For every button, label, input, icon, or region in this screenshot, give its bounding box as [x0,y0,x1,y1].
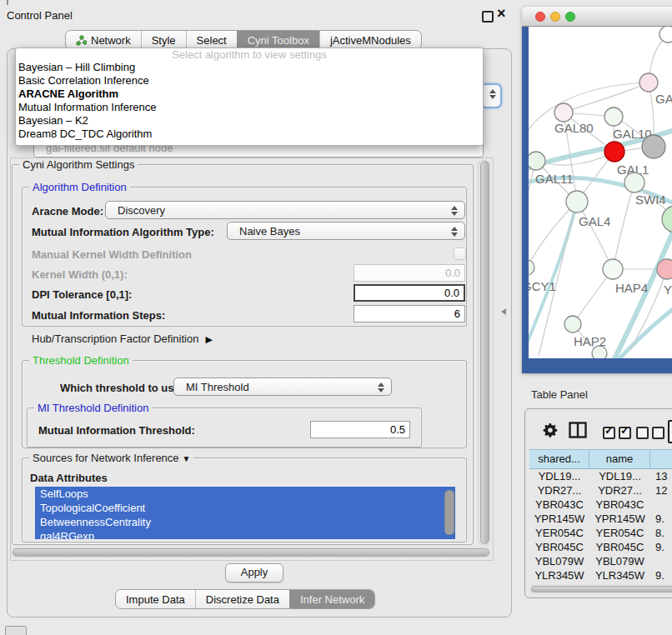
tab-network[interactable]: Network [66,31,141,49]
table-row[interactable]: YDR27...YDR27...12 [529,483,672,498]
table-row[interactable]: YPR145WYPR145W9. [529,512,672,526]
expanded-arrow-icon: ▼ [183,454,191,463]
network-node-swi4[interactable] [624,172,644,192]
stepper-arrows-icon [451,225,458,238]
settings-vertical-scrollbar[interactable] [478,159,491,546]
kernel-width-field[interactable] [354,264,465,282]
minimize-traffic-light-icon[interactable] [550,12,560,22]
sources-legend[interactable]: Sources for Network Inference▼ [29,452,193,464]
mi-threshold-field[interactable] [310,421,410,438]
zoom-traffic-light-icon[interactable] [565,12,575,22]
tab-infer-network[interactable]: Infer Network [289,590,374,608]
table-row[interactable]: YBR043CYBR043C [529,498,672,512]
network-node-label: GAL4 [579,214,610,228]
column-header-name[interactable]: name [589,450,650,468]
network-node-gal4[interactable] [566,191,588,212]
gear-icon[interactable] [541,421,559,439]
network-node[interactable] [662,206,672,232]
mi-steps-field[interactable] [354,305,465,322]
data-attributes-list[interactable]: SelfLoopsTopologicalCoefficientBetweenne… [35,487,455,539]
attribute-item-topologicalcoefficient[interactable]: TopologicalCoefficient [35,501,455,515]
network-icon [76,35,87,46]
tab-cyni-toolbox[interactable]: Cyni Toolbox [237,31,319,49]
close-panel-icon[interactable]: × [497,5,506,22]
float-window-icon[interactable] [482,11,494,22]
network-node-y[interactable] [657,259,672,279]
apply-button[interactable]: Apply [225,563,283,582]
algorithm-option-basic-correlation-inference[interactable]: Basic Correlation Inference [16,74,483,88]
table-row[interactable]: YDL19...YDL19...13 [529,469,672,483]
tab-label: Impute Data [126,593,185,606]
data-attributes-label: Data Attributes [30,472,108,484]
mi-threshold-label: Mutual Information Threshold: [38,424,195,437]
column-header-shared[interactable]: shared... [529,450,589,468]
window-edge-artifact [7,0,8,5]
network-node[interactable] [592,346,607,358]
tab-style[interactable]: Style [141,31,186,49]
sources-legend-label: Sources for Network Inference [33,452,179,464]
mi-threshold-definition-legend: MI Threshold Definition [34,402,152,414]
aracne-mode-label: Aracne Mode: [32,205,103,218]
network-node-gal[interactable] [639,73,658,92]
tab-impute-data[interactable]: Impute Data [116,590,195,608]
screen: Control Panel × NetworkStyleSelectCyni T… [0,0,672,635]
dpi-tolerance-field[interactable] [354,284,465,302]
algorithm-option-bayesian-k2[interactable]: Bayesian – K2 [16,114,483,128]
network-node-gcy1[interactable] [529,260,534,275]
partial-bottom-button[interactable] [5,626,27,635]
table-row[interactable]: YBL079WYBL079W [529,554,672,568]
table-horizontal-scrollbar[interactable] [529,584,672,594]
network-node[interactable] [659,27,672,42]
which-threshold-select[interactable]: MI Threshold [173,378,392,396]
network-node-gal10[interactable] [604,108,623,126]
network-node-hap4[interactable] [603,259,623,279]
tab-jactivemnodules[interactable]: jActiveMNodules [319,31,421,49]
algorithm-dropdown-popup: Select algorithm to view settings Bayesi… [15,48,484,146]
hub-definition-expander[interactable]: Hub/Transcription Factor Definition▶ [32,332,213,345]
network-window-titlebar[interactable] [522,7,672,27]
table-cell: YLR345W [529,568,589,582]
cyni-algorithm-settings-legend: Cyni Algorithm Settings [19,158,138,171]
table-cell: YBR045C [589,540,650,554]
network-node-gal1[interactable] [604,142,624,162]
table-row[interactable]: YLR345WYLR345W9. [529,568,672,582]
tab-select[interactable]: Select [186,31,237,49]
algorithm-option-dream8-dc-tdc-algorithm[interactable]: Dream8 DC_TDC Algorithm [16,128,483,141]
column-header-a[interactable]: A [650,450,672,468]
control-panel-title: Control Panel [7,9,73,22]
network-node-hap2[interactable] [564,316,581,332]
table-cell: YBR045C [529,540,589,554]
mi-algorithm-type-select[interactable]: Naive Bayes [227,222,465,240]
table-cell: YBL079W [589,554,650,568]
tab-label: Cyni Toolbox [248,34,309,47]
table-row[interactable]: YER054CYER054C8. [529,526,672,540]
algorithm-option-bayesian-hill-climbing[interactable]: Bayesian – Hill Climbing [16,61,483,74]
algorithm-option-aracne-algorithm[interactable]: ARACNE Algorithm [16,88,483,101]
algorithm-option-mutual-information-inference[interactable]: Mutual Information Inference [16,101,483,114]
network-node-gal80[interactable] [554,103,573,122]
deselect-all-icon[interactable] [636,427,664,442]
document-icon[interactable] [668,420,672,443]
tab-label: Infer Network [300,593,364,606]
attribute-item-selfloops[interactable]: SelfLoops [35,487,455,501]
settings-horizontal-scrollbar[interactable] [11,547,491,558]
attribute-item-gal4rgexp[interactable]: gal4RGexp [35,529,455,539]
table-row[interactable]: YBR045CYBR045C9. [529,540,672,554]
network-canvas[interactable]: GALGAL80GAL10GAL1GAL11SWI4GAL4GCY1HAP4YH… [529,27,672,358]
aracne-mode-select[interactable]: Discovery [105,201,465,219]
select-all-icon[interactable] [603,427,631,442]
network-node[interactable] [642,135,665,158]
column-view-icon[interactable] [569,422,587,438]
close-traffic-light-icon[interactable] [535,12,545,22]
table-cell: YER054C [589,526,650,540]
attribute-item-betweennesscentrality[interactable]: BetweennessCentrality [35,515,455,529]
tab-discretize-data[interactable]: Discretize Data [195,590,289,608]
attribute-list-scrollbar[interactable] [444,490,454,535]
tab-label: Style [152,34,176,47]
manual-kernel-width-checkbox[interactable] [454,248,466,260]
table-cell: 9. [650,512,672,526]
mi-algorithm-type-label: Mutual Information Algorithm Type: [32,226,214,238]
algorithm-list: Bayesian – Hill ClimbingBasic Correlatio… [16,61,483,141]
network-node-gal11[interactable] [529,152,545,170]
split-divider-arrow-icon[interactable] [501,308,506,315]
